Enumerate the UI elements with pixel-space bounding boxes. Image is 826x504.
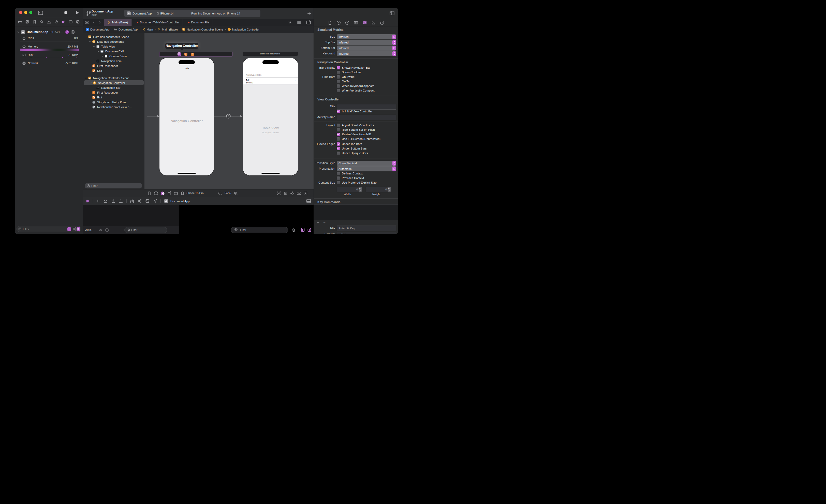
- close-window-button[interactable]: [19, 11, 22, 14]
- dropdown-bottom-bar[interactable]: Inferred: [337, 46, 396, 51]
- clock-inspector-icon[interactable]: [337, 20, 341, 25]
- outline-item-navigation-item[interactable]: Navigation Item: [83, 59, 144, 63]
- test-diamond-icon[interactable]: [54, 20, 58, 24]
- scene-header-bar[interactable]: Liste des documents: [243, 52, 298, 56]
- checkbox-when-vertically-compact[interactable]: [337, 89, 340, 92]
- embed-icon[interactable]: [303, 191, 308, 196]
- back-icon[interactable]: [92, 19, 95, 26]
- outline-item-first-responder[interactable]: 1First Responder: [83, 90, 144, 95]
- step-out-icon[interactable]: [119, 199, 123, 203]
- zoom-in-icon[interactable]: [234, 191, 238, 196]
- gauge-icon[interactable]: [65, 30, 69, 34]
- disclosure-down-icon[interactable]: [93, 45, 95, 48]
- checkbox-shows-navigation-bar[interactable]: [337, 66, 340, 69]
- checkbox-when-keyboard-appears[interactable]: [337, 84, 340, 88]
- file-inspector-icon[interactable]: [328, 20, 332, 25]
- add-constraints-icon[interactable]: [290, 191, 294, 196]
- checkbox-under-opaque-bars[interactable]: [337, 151, 340, 155]
- height-field[interactable]: 0: [366, 187, 388, 192]
- checkbox-adjust-scroll-view-insets[interactable]: [337, 124, 340, 127]
- checkbox-hide-bottom-bar-on-push[interactable]: [337, 128, 340, 131]
- variables-filter-field[interactable]: Filter: [124, 227, 167, 233]
- title-field[interactable]: [337, 104, 396, 110]
- appearance-toggle-icon[interactable]: [161, 191, 165, 196]
- width-field[interactable]: 0: [337, 187, 359, 192]
- bookmark-icon[interactable]: [33, 20, 37, 24]
- filter-columns-button[interactable]: [72, 227, 76, 231]
- checkbox-use-full-screen-deprecated-[interactable]: [337, 137, 340, 141]
- variables-pane-toggle-icon[interactable]: [301, 228, 305, 232]
- checkbox-use-preferred-explicit-size[interactable]: [337, 181, 340, 184]
- gauge-label[interactable]: Memory: [28, 45, 39, 48]
- info-icon[interactable]: [105, 228, 109, 232]
- quick-look-icon[interactable]: [99, 228, 103, 232]
- scheme-and-activity-pill[interactable]: Document App › iPhone 14 Running Documen…: [124, 10, 260, 17]
- size-ruler-inspector-icon[interactable]: [371, 20, 375, 25]
- disclosure-down-icon[interactable]: [89, 41, 91, 43]
- gauge-label[interactable]: CPU: [28, 37, 34, 40]
- symbols-icon[interactable]: [25, 20, 29, 24]
- folder-icon[interactable]: [18, 20, 22, 24]
- report-list-icon[interactable]: [76, 20, 80, 24]
- outline-item-content-view[interactable]: Content View: [83, 54, 144, 59]
- disclosure-down-icon[interactable]: [85, 36, 87, 38]
- checkbox-on-swipe[interactable]: [337, 75, 340, 78]
- outline-item-liste-des-documents[interactable]: Liste des documents: [83, 39, 144, 44]
- tab-overview-icon[interactable]: [85, 19, 89, 26]
- table-view-scene[interactable]: Prototype Cells Title Subtitle › Table V…: [243, 58, 298, 176]
- editor-tab-documentfile[interactable]: DocumentFile: [183, 19, 213, 26]
- step-into-icon[interactable]: [111, 199, 115, 203]
- key-commands-table[interactable]: [314, 204, 398, 220]
- step-over-icon[interactable]: [104, 199, 108, 203]
- console-filter-field[interactable]: Filter: [231, 227, 288, 233]
- navigation-controller-dock-icon[interactable]: [178, 53, 181, 56]
- outline-item-navigation-controller-scene[interactable]: Navigation Controller Scene: [83, 75, 144, 80]
- checkbox-resize-view-from-nib[interactable]: [337, 133, 340, 136]
- selector-field[interactable]: action: [337, 232, 396, 234]
- add-tab-button[interactable]: [307, 11, 311, 16]
- checkbox-provides-context[interactable]: [337, 177, 340, 180]
- disclosure-right-icon[interactable]: [101, 55, 104, 57]
- dropdown-presentation[interactable]: Automatic: [337, 166, 396, 171]
- checkbox-under-top-bars[interactable]: [337, 142, 340, 146]
- console-view[interactable]: Filter: [179, 205, 313, 234]
- width-stepper[interactable]: [359, 187, 362, 192]
- disclosure-chevron-icon[interactable]: [17, 31, 19, 33]
- outline-item-navigation-bar[interactable]: TitleNavigation Bar: [83, 85, 144, 90]
- checkbox-defines-context[interactable]: [337, 172, 340, 175]
- checkbox-under-bottom-bars[interactable]: [337, 147, 340, 150]
- outline-item-documentcell[interactable]: DocumentCell: [83, 49, 144, 54]
- breadcrumb-item[interactable]: Document App: [114, 28, 137, 31]
- scheme-device-name[interactable]: iPhone 14: [161, 12, 174, 15]
- outline-item-exit[interactable]: Exit: [83, 95, 144, 100]
- filter-breakpoints-button[interactable]: [67, 227, 71, 231]
- checkbox-is-initial-view-controller[interactable]: [337, 110, 340, 113]
- update-frames-icon[interactable]: [277, 191, 281, 196]
- disclosure-down-icon[interactable]: [90, 82, 92, 84]
- zoom-window-button[interactable]: [29, 11, 32, 14]
- outline-item-storyboard-entry-point[interactable]: Storyboard Entry Point: [83, 100, 144, 105]
- editor-tab-main-base-[interactable]: Main (Base): [104, 19, 132, 26]
- breadcrumb-item[interactable]: Navigation Controller Scene: [182, 28, 223, 31]
- editor-swap-icon[interactable]: [288, 19, 292, 26]
- outline-item-exit[interactable]: Exit: [83, 68, 144, 73]
- dropdown-keyboard[interactable]: Inferred: [337, 51, 396, 56]
- exit-dock-icon[interactable]: [191, 53, 194, 56]
- console-pane-toggle-icon[interactable]: [307, 228, 311, 232]
- outline-item-first-responder[interactable]: 1First Responder: [83, 63, 144, 68]
- device-icon[interactable]: [180, 191, 185, 196]
- memory-graph-icon[interactable]: [137, 199, 142, 203]
- threads-icon[interactable]: [71, 30, 75, 34]
- help-inspector-icon[interactable]: [345, 20, 349, 25]
- environment-overrides-icon[interactable]: [145, 199, 150, 203]
- accessibility-icon[interactable]: [154, 191, 158, 196]
- warning-icon[interactable]: [47, 20, 51, 24]
- device-name[interactable]: iPhone 15 Pro: [186, 191, 204, 195]
- toggle-inspectors-icon[interactable]: [389, 10, 395, 16]
- gauge-label[interactable]: Network: [28, 62, 39, 65]
- attributes-inspector-icon[interactable]: [362, 20, 367, 25]
- variables-view[interactable]: Auto Filter: [83, 205, 179, 234]
- breadcrumb-item[interactable]: Document App: [86, 28, 109, 31]
- dropdown-transition-style[interactable]: Cover Vertical: [337, 161, 396, 166]
- forward-icon[interactable]: [99, 19, 102, 26]
